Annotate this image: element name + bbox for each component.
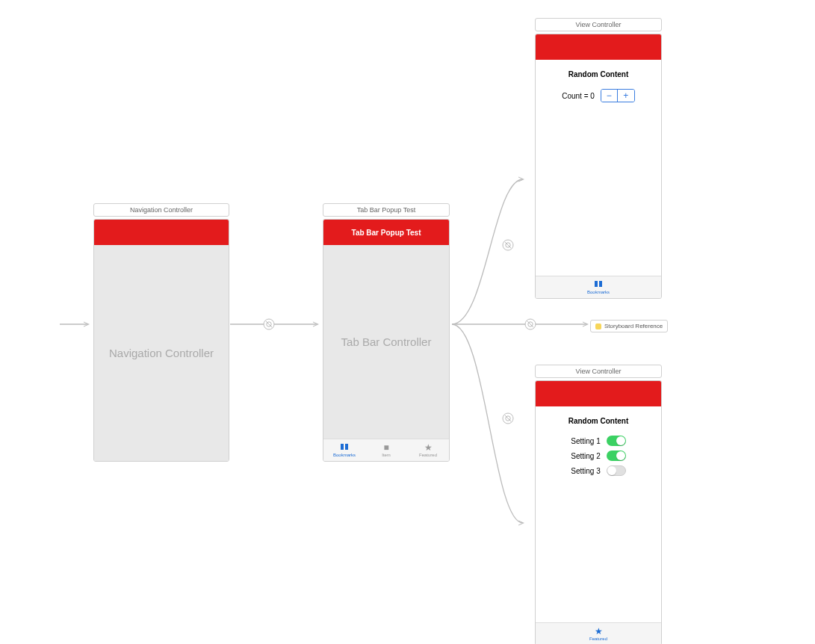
tab-bookmarks[interactable]: Bookmarks	[323, 439, 365, 461]
count-stepper[interactable]: − +	[601, 89, 635, 102]
setting-3-label: Setting 3	[571, 467, 600, 475]
tab-label: Bookmarks	[333, 453, 356, 457]
scene-title-vc1[interactable]: View Controller	[535, 18, 662, 31]
storyboard-reference[interactable]: Storyboard Reference	[590, 320, 668, 332]
star-icon: ★	[595, 627, 603, 636]
vc2-content: Random Content Setting 1 Setting 2 Setti…	[536, 406, 661, 622]
setting-2-label: Setting 2	[571, 452, 600, 460]
star-icon: ★	[424, 443, 433, 452]
tab-bar: ★ Featured	[536, 622, 661, 644]
tab-label: Item	[382, 453, 391, 457]
svg-point-14	[506, 416, 510, 421]
tab-item[interactable]: ■ Item	[365, 439, 407, 461]
navigation-controller-placeholder: Navigation Controller	[94, 245, 229, 461]
count-label: Count = 0	[562, 92, 595, 100]
tab-bar: Bookmarks ■ Item ★ Featured	[323, 439, 449, 461]
view-controller-1-scene[interactable]: Random Content Count = 0 − + Bookmarks	[535, 34, 662, 299]
nav-bar	[94, 220, 229, 245]
nav-bar	[536, 34, 661, 60]
svg-point-12	[503, 413, 513, 424]
tab-bar-controller-scene[interactable]: Tab Bar Popup Test Tab Bar Controller Bo…	[323, 219, 450, 462]
setting-2-switch[interactable]	[607, 451, 626, 461]
view-controller-2-scene[interactable]: Random Content Setting 1 Setting 2 Setti…	[535, 380, 662, 644]
vc1-content: Random Content Count = 0 − +	[536, 60, 661, 276]
tab-bar: Bookmarks	[536, 276, 661, 298]
svg-point-11	[528, 322, 533, 326]
svg-point-4	[267, 322, 271, 326]
svg-line-6	[505, 242, 511, 248]
vc2-heading: Random Content	[543, 417, 654, 425]
svg-line-13	[505, 415, 511, 421]
setting-1-label: Setting 1	[571, 437, 600, 445]
vc1-heading: Random Content	[543, 70, 654, 78]
tab-bookmarks[interactable]: Bookmarks	[536, 276, 661, 298]
svg-line-3	[266, 321, 272, 327]
scene-title-tabbar[interactable]: Tab Bar Popup Test	[323, 203, 450, 217]
tab-label: Featured	[589, 637, 607, 641]
svg-point-7	[506, 243, 510, 247]
svg-line-10	[527, 321, 533, 327]
setting-1-switch[interactable]	[607, 436, 626, 446]
storyboard-icon	[595, 323, 601, 329]
bookmarks-icon	[340, 443, 349, 452]
tab-featured[interactable]: ★ Featured	[407, 439, 449, 461]
navigation-controller-scene[interactable]: Navigation Controller	[93, 219, 229, 462]
nav-bar-title: Tab Bar Popup Test	[323, 220, 449, 245]
setting-3-switch[interactable]	[607, 465, 626, 476]
bookmarks-icon	[594, 280, 603, 289]
scene-title-vc2[interactable]: View Controller	[535, 365, 662, 378]
svg-point-2	[264, 319, 274, 329]
square-icon: ■	[383, 443, 388, 452]
svg-point-5	[503, 240, 513, 250]
tab-label: Featured	[419, 453, 437, 457]
tab-featured[interactable]: ★ Featured	[536, 623, 661, 644]
scene-title-navigation-controller[interactable]: Navigation Controller	[93, 203, 229, 217]
nav-bar	[536, 381, 661, 406]
tab-label: Bookmarks	[587, 290, 610, 294]
stepper-plus-button[interactable]: +	[618, 90, 634, 102]
stepper-minus-button[interactable]: −	[601, 90, 618, 102]
tab-bar-controller-placeholder: Tab Bar Controller	[323, 245, 449, 439]
svg-point-9	[525, 319, 536, 329]
storyboard-reference-label: Storyboard Reference	[604, 323, 663, 329]
